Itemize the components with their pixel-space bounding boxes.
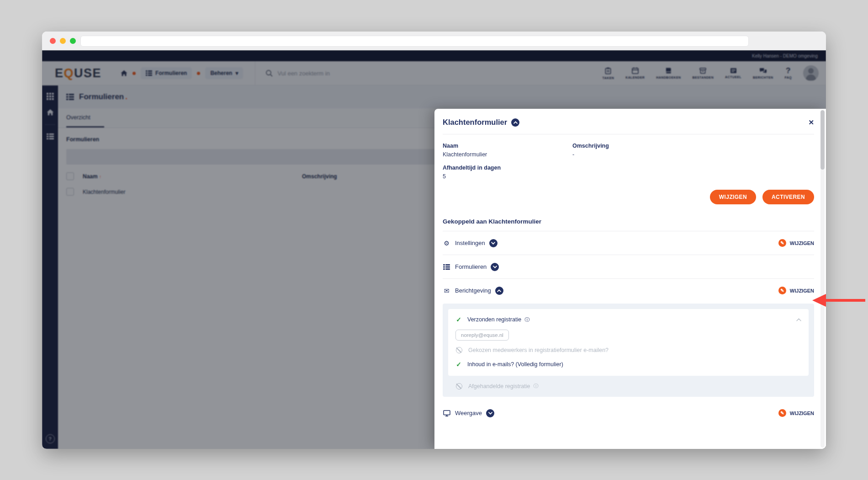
action-buttons: WIJZIGEN ACTIVEREN	[443, 190, 814, 204]
field-value: Klachtenformulier	[443, 151, 572, 158]
verzonden-label: Verzonden registratie	[467, 316, 521, 323]
sender-email-chip[interactable]: noreply@equse.nl	[455, 330, 509, 341]
section-label: Weergave	[455, 410, 482, 416]
annotation-arrow-shaft	[825, 299, 865, 302]
mail-icon: ✉	[443, 287, 450, 294]
detail-fields: Naam Klachtenformulier Omschrijving - Af…	[443, 143, 814, 180]
info-icon[interactable]: ⓘ	[524, 316, 530, 323]
chevron-up-icon[interactable]	[495, 287, 503, 295]
annotation-arrow-icon	[812, 294, 826, 307]
pencil-icon: ✎	[778, 287, 786, 294]
section-row-formulieren[interactable]: Formulieren	[443, 255, 814, 279]
chevron-down-icon[interactable]	[489, 239, 498, 247]
app-viewport: Kelly Hansen - DEMO omgeving EQUSE Formu…	[42, 50, 826, 449]
browser-url-bar[interactable]	[80, 36, 749, 47]
pencil-icon: ✎	[778, 239, 786, 247]
field-label: Omschrijving	[572, 143, 814, 149]
collapse-panel-button[interactable]	[511, 118, 519, 127]
disabled-icon	[456, 383, 462, 389]
medewerkers-label: Gekozen medewerkers in registratieformul…	[468, 347, 609, 353]
list-icon	[443, 264, 450, 270]
afgehandelde-registratie-row[interactable]: Afgehandelde registratie ⓘ	[448, 376, 809, 391]
section-label: Formulieren	[455, 263, 487, 270]
pencil-icon: ✎	[778, 409, 786, 417]
browser-window: Kelly Hansen - DEMO omgeving EQUSE Formu…	[42, 32, 826, 449]
field-afhandeltijd: Afhandeltijd in dagen 5	[443, 165, 572, 180]
edit-instellingen-button[interactable]: ✎ WIJZIGEN	[778, 239, 814, 247]
desktop-background: Kelly Hansen - DEMO omgeving EQUSE Formu…	[0, 0, 868, 480]
chevron-down-icon[interactable]	[491, 263, 499, 271]
disabled-icon	[456, 347, 462, 353]
field-omschrijving: Omschrijving -	[572, 143, 814, 158]
check-icon: ✓	[455, 361, 462, 368]
berichtgeving-detail-panel: ✓ Verzonden registratie ⓘ noreply@equse.…	[443, 304, 814, 397]
monitor-icon	[443, 410, 450, 416]
panel-header: Klachtenformulier ✕	[443, 109, 814, 134]
field-value: -	[572, 151, 814, 158]
window-minimize-button[interactable]	[60, 38, 66, 44]
window-zoom-button[interactable]	[70, 38, 76, 44]
check-icon: ✓	[455, 316, 462, 323]
panel-title: Klachtenformulier	[443, 118, 507, 127]
inhoud-emails-row: ✓ Inhoud in e-mails? (Volledig formulier…	[455, 361, 801, 368]
medewerkers-emailen-row: Gekozen medewerkers in registratieformul…	[455, 347, 801, 353]
chevron-down-icon[interactable]	[486, 409, 494, 417]
activeren-button[interactable]: ACTIVEREN	[762, 190, 814, 204]
verzonden-registratie-row[interactable]: ✓ Verzonden registratie ⓘ	[455, 316, 801, 323]
field-label: Afhandeltijd in dagen	[443, 165, 572, 171]
field-naam: Naam Klachtenformulier	[443, 143, 572, 158]
scrollbar-thumb[interactable]	[820, 110, 825, 170]
collapse-card-chevron[interactable]	[796, 318, 801, 321]
edit-berichtgeving-button[interactable]: ✎ WIJZIGEN	[778, 287, 814, 294]
wijzigen-button[interactable]: WIJZIGEN	[710, 190, 756, 204]
chevron-up-icon	[513, 121, 518, 124]
browser-chrome	[42, 32, 826, 50]
info-icon[interactable]: ⓘ	[534, 383, 539, 389]
field-value: 5	[443, 173, 572, 180]
section-row-instellingen[interactable]: ⚙ Instellingen ✎ WIJZIGEN	[443, 231, 814, 255]
inhoud-label: Inhoud in e-mails? (Volledig formulier)	[467, 361, 563, 368]
section-label: Instellingen	[455, 240, 485, 246]
panel-scrollbar[interactable]	[820, 110, 825, 448]
section-label: Berichtgeving	[455, 287, 491, 294]
detail-panel: Klachtenformulier ✕ Naam Klachtenformuli…	[434, 109, 826, 449]
afgehandeld-label: Afgehandelde registratie	[468, 383, 530, 389]
section-row-berichtgeving[interactable]: ✉ Berichtgeving ✎ WIJZIGEN	[443, 279, 814, 302]
gear-icon: ⚙	[443, 240, 450, 247]
edit-weergave-button[interactable]: ✎ WIJZIGEN	[778, 409, 814, 417]
field-label: Naam	[443, 143, 572, 149]
window-close-button[interactable]	[50, 38, 56, 44]
section-row-weergave[interactable]: Weergave ✎ WIJZIGEN	[443, 401, 814, 425]
verzonden-registratie-card: ✓ Verzonden registratie ⓘ noreply@equse.…	[448, 309, 809, 376]
linked-heading: Gekoppeld aan Klachtenformulier	[443, 218, 814, 231]
close-icon[interactable]: ✕	[808, 118, 814, 127]
